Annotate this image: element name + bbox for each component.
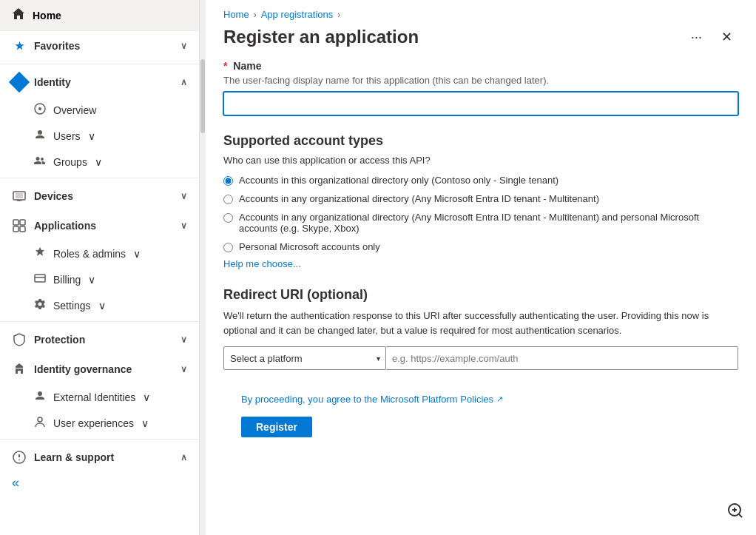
register-button[interactable]: Register xyxy=(241,417,312,437)
users-icon xyxy=(34,129,46,143)
sidebar-item-applications[interactable]: Applications ∨ xyxy=(0,211,199,240)
supported-account-types-title: Supported account types xyxy=(223,133,738,149)
name-input[interactable] xyxy=(223,92,738,115)
radio-option-4[interactable]: Personal Microsoft accounts only xyxy=(223,241,738,252)
platform-select[interactable]: Select a platform Web Single-page applic… xyxy=(223,346,386,370)
settings-chevron-icon: ∨ xyxy=(98,300,106,312)
breadcrumb-separator-2: › xyxy=(337,10,340,20)
more-options-button[interactable]: ··· xyxy=(685,27,708,48)
required-indicator: * xyxy=(223,60,227,72)
chevron-up-icon: ∧ xyxy=(180,77,187,87)
close-button[interactable]: ✕ xyxy=(715,26,738,48)
applications-icon xyxy=(12,218,27,233)
breadcrumb-separator-1: › xyxy=(254,10,257,20)
radio-label-1: Accounts in this organizational director… xyxy=(239,175,558,186)
devices-icon xyxy=(12,189,27,203)
form-content: * Name The user-facing display name for … xyxy=(206,60,756,458)
billing-label: Billing xyxy=(53,274,81,286)
sidebar: Home ★ Favorites ∨ Identity ∧ Overview U… xyxy=(0,0,200,535)
settings-icon xyxy=(34,298,46,312)
sidebar-item-devices[interactable]: Devices ∨ xyxy=(0,181,199,211)
breadcrumb: Home › App registrations › xyxy=(206,0,756,20)
protection-icon xyxy=(12,332,27,347)
zoom-icon xyxy=(726,502,744,519)
sidebar-item-identity-governance[interactable]: Identity governance ∨ xyxy=(0,354,199,384)
svg-rect-7 xyxy=(20,226,25,232)
svg-rect-3 xyxy=(16,193,23,198)
svg-rect-8 xyxy=(35,275,45,282)
scrollbar-thumb xyxy=(200,59,205,133)
redirect-uri-section: Redirect URI (optional) We'll return the… xyxy=(223,287,738,370)
billing-chevron-icon: ∨ xyxy=(88,274,95,286)
settings-label: Settings xyxy=(53,300,91,312)
radio-label-4: Personal Microsoft accounts only xyxy=(239,241,380,252)
user-experiences-icon xyxy=(34,416,46,430)
identity-governance-label: Identity governance xyxy=(34,363,173,375)
sidebar-item-external-identities[interactable]: External Identities ∨ xyxy=(0,384,199,410)
sidebar-item-home[interactable]: Home xyxy=(0,0,199,31)
radio-label-3: Accounts in any organizational directory… xyxy=(239,212,738,234)
roles-chevron-icon: ∨ xyxy=(133,248,141,260)
name-label-text: Name xyxy=(233,60,261,72)
breadcrumb-home[interactable]: Home xyxy=(223,9,249,20)
billing-icon xyxy=(34,272,46,286)
zoom-button[interactable] xyxy=(726,502,744,523)
radio-label-2: Accounts in any organizational directory… xyxy=(239,193,599,204)
name-field-label: * Name xyxy=(223,60,738,72)
roles-icon xyxy=(34,246,46,260)
user-experiences-label: User experiences xyxy=(53,417,134,429)
sidebar-item-identity[interactable]: Identity ∧ xyxy=(0,67,199,97)
radio-input-3[interactable] xyxy=(223,213,233,223)
policy-link-text: By proceeding, you agree to the Microsof… xyxy=(241,394,493,405)
sidebar-item-overview[interactable]: Overview xyxy=(0,97,199,123)
radio-option-1[interactable]: Accounts in this organizational director… xyxy=(223,175,738,186)
sidebar-item-learn-support[interactable]: Learn & support ∧ xyxy=(0,443,199,472)
learn-support-icon xyxy=(12,450,27,465)
sidebar-item-favorites[interactable]: ★ Favorites ∨ xyxy=(0,31,199,61)
radio-input-2[interactable] xyxy=(223,195,233,204)
home-icon xyxy=(12,7,25,23)
radio-option-2[interactable]: Accounts in any organizational directory… xyxy=(223,193,738,204)
learn-support-label: Learn & support xyxy=(34,451,173,463)
learn-chevron-icon: ∧ xyxy=(180,452,187,462)
protection-label: Protection xyxy=(34,334,173,346)
radio-option-3[interactable]: Accounts in any organizational directory… xyxy=(223,212,738,234)
sidebar-item-protection[interactable]: Protection ∨ xyxy=(0,325,199,354)
svg-rect-6 xyxy=(13,226,18,232)
name-section: * Name The user-facing display name for … xyxy=(223,60,738,115)
sidebar-item-settings[interactable]: Settings ∨ xyxy=(0,292,199,318)
main-content: Home › App registrations › Register an a… xyxy=(206,0,756,535)
supported-account-types-description: Who can use this application or access t… xyxy=(223,155,738,166)
breadcrumb-app-registrations[interactable]: App registrations xyxy=(261,9,334,20)
redirect-uri-input[interactable] xyxy=(386,346,738,370)
account-types-radio-group: Accounts in this organizational director… xyxy=(223,175,738,252)
sidebar-collapse-btn[interactable]: « xyxy=(0,472,199,494)
applications-label: Applications xyxy=(34,220,173,232)
chevron-down-icon: ∨ xyxy=(180,41,187,51)
help-me-choose-link[interactable]: Help me choose... xyxy=(223,258,301,269)
sidebar-item-billing[interactable]: Billing ∨ xyxy=(0,266,199,292)
groups-icon xyxy=(34,155,46,169)
page-title: Register an application xyxy=(223,27,678,47)
sidebar-item-groups[interactable]: Groups ∨ xyxy=(0,149,199,175)
radio-input-1[interactable] xyxy=(223,176,233,186)
identity-icon xyxy=(12,75,27,90)
external-identities-label: External Identities xyxy=(53,391,135,403)
radio-input-4[interactable] xyxy=(223,243,233,252)
svg-point-1 xyxy=(38,107,41,110)
platform-select-wrapper: Select a platform Web Single-page applic… xyxy=(223,346,386,370)
sidebar-item-user-experiences[interactable]: User experiences ∨ xyxy=(0,410,199,436)
redirect-title: Redirect URI (optional) xyxy=(223,287,738,303)
users-chevron-icon: ∨ xyxy=(88,130,95,142)
sidebar-scrollbar[interactable] xyxy=(200,0,206,535)
policy-link[interactable]: By proceeding, you agree to the Microsof… xyxy=(241,394,720,405)
external-link-icon: ↗ xyxy=(496,394,503,404)
svg-line-12 xyxy=(739,514,742,517)
sidebar-item-roles[interactable]: Roles & admins ∨ xyxy=(0,240,199,266)
external-chevron-icon: ∨ xyxy=(143,391,150,403)
bottom-bar: By proceeding, you agree to the Microsof… xyxy=(223,388,738,458)
roles-label: Roles & admins xyxy=(53,248,126,260)
sidebar-item-users[interactable]: Users ∨ xyxy=(0,123,199,149)
external-identities-icon xyxy=(34,390,46,404)
identity-governance-icon xyxy=(12,362,27,377)
